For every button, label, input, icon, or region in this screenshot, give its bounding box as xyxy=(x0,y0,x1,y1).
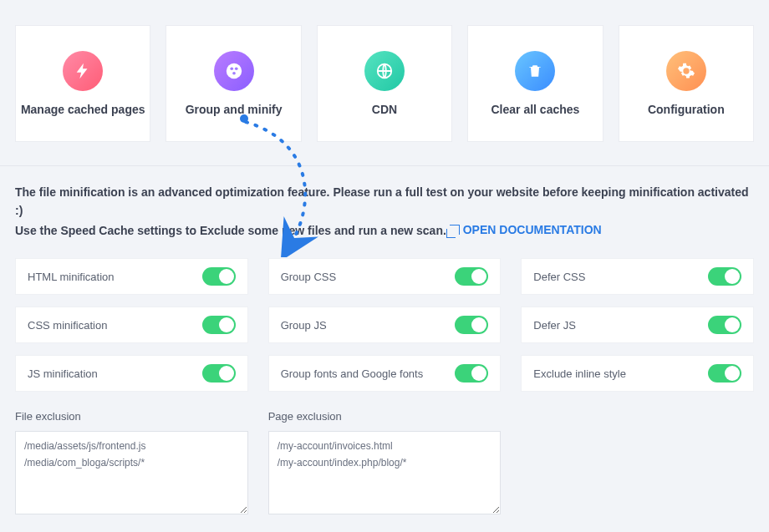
toggle-js-minification: JS minification xyxy=(15,355,248,392)
nav-row: Manage cached pages Group and minify CDN… xyxy=(0,0,769,165)
toggle-label: Group JS xyxy=(281,319,327,332)
switch-group-fonts[interactable] xyxy=(455,364,488,383)
toggle-defer-js: Defer JS xyxy=(521,307,754,343)
nav-label: Clear all caches xyxy=(491,103,579,116)
page-exclusion-textarea[interactable] xyxy=(268,431,502,514)
globe-icon xyxy=(364,51,405,91)
exclusion-spacer xyxy=(521,410,754,517)
switch-defer-css[interactable] xyxy=(708,267,741,286)
toggle-label: Defer CSS xyxy=(533,271,585,283)
intro-line2: Use the Speed Cache settings to Exclude … xyxy=(15,224,446,237)
toggle-label: HTML minification xyxy=(28,271,115,283)
nav-label: CDN xyxy=(372,103,397,116)
switch-css-minification[interactable] xyxy=(202,316,236,334)
toggle-label: Defer JS xyxy=(533,319,576,332)
toggle-group-js: Group JS xyxy=(268,307,502,343)
toggle-label: CSS minification xyxy=(28,319,107,332)
toggle-defer-css: Defer CSS xyxy=(521,258,754,295)
toggle-css-minification: CSS minification xyxy=(15,307,248,343)
switch-group-js[interactable] xyxy=(455,316,488,334)
nav-card-configuration[interactable]: Configuration xyxy=(619,25,754,142)
toggle-label: JS minification xyxy=(28,367,98,380)
file-exclusion-textarea[interactable] xyxy=(15,431,248,514)
svg-point-2 xyxy=(235,67,238,70)
external-link-icon xyxy=(450,225,460,235)
switch-html-minification[interactable] xyxy=(202,267,236,286)
svg-point-3 xyxy=(232,72,236,75)
palette-icon xyxy=(214,51,254,91)
file-exclusion-label: File exclusion xyxy=(15,410,248,423)
svg-point-0 xyxy=(226,63,241,79)
intro-text: The file minification is an advanced opt… xyxy=(0,183,769,258)
switch-group-css[interactable] xyxy=(455,267,488,286)
toggle-label: Group CSS xyxy=(281,271,336,283)
toggle-group-fonts: Group fonts and Google fonts xyxy=(268,355,502,392)
trash-icon xyxy=(515,51,555,91)
nav-card-cdn[interactable]: CDN xyxy=(317,25,452,142)
open-documentation-link[interactable]: OPEN DOCUMENTATION xyxy=(450,220,602,239)
nav-card-manage-cached-pages[interactable]: Manage cached pages xyxy=(15,25,150,142)
page-exclusion-block: Page exclusion xyxy=(268,410,502,517)
divider xyxy=(0,165,769,166)
svg-point-1 xyxy=(230,67,233,70)
bolt-icon xyxy=(63,51,103,91)
switch-exclude-inline-style[interactable] xyxy=(708,364,741,383)
toggle-grid: HTML minification Group CSS Defer CSS CS… xyxy=(0,258,769,392)
page-exclusion-label: Page exclusion xyxy=(268,410,502,423)
nav-label: Group and minify xyxy=(186,103,283,116)
toggle-label: Group fonts and Google fonts xyxy=(281,367,424,380)
nav-card-clear-all-caches[interactable]: Clear all caches xyxy=(467,25,603,142)
switch-js-minification[interactable] xyxy=(202,364,236,383)
nav-card-group-and-minify[interactable]: Group and minify xyxy=(166,25,301,142)
doc-link-label: OPEN DOCUMENTATION xyxy=(463,220,602,239)
nav-label: Configuration xyxy=(648,103,725,116)
toggle-group-css: Group CSS xyxy=(268,258,502,295)
toggle-html-minification: HTML minification xyxy=(15,258,248,295)
toggle-exclude-inline-style: Exclude inline style xyxy=(521,355,754,392)
gear-icon xyxy=(666,51,706,91)
switch-defer-js[interactable] xyxy=(708,316,741,334)
file-exclusion-block: File exclusion xyxy=(15,410,248,517)
exclusion-grid: File exclusion Page exclusion xyxy=(0,392,769,532)
nav-label: Manage cached pages xyxy=(21,103,145,116)
intro-line1: The file minification is an advanced opt… xyxy=(15,183,754,220)
toggle-label: Exclude inline style xyxy=(533,367,626,380)
